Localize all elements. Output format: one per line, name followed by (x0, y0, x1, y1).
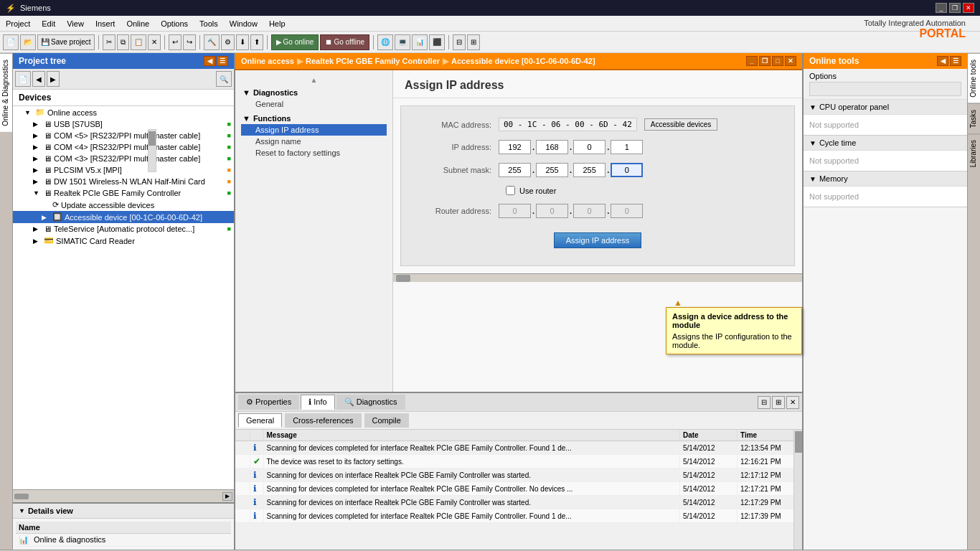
expand-accessible[interactable]: ▶ (42, 214, 50, 221)
router-input-1[interactable] (499, 204, 531, 218)
cut-btn[interactable]: ✂ (103, 34, 116, 50)
tree-dw1501[interactable]: ▶ 🖥 DW 1501 Wireless-N WLAN Half-Mini Ca… (13, 176, 234, 187)
nav-general[interactable]: General (241, 98, 387, 110)
rp-collapse-btn[interactable]: ◀ (937, 56, 948, 66)
router-input-3[interactable] (573, 204, 606, 218)
tree-realtek[interactable]: ▼ 🖥 Realtek PCIe GBE Family Controller ■ (13, 187, 234, 199)
menu-help[interactable]: Help (263, 18, 291, 29)
use-router-label[interactable]: Use router (519, 187, 556, 195)
tab-online-diagnostics[interactable]: Online & Diagnostics (0, 53, 12, 132)
upload-btn[interactable]: ⬆ (250, 34, 263, 50)
tab-online-tools[interactable]: Online tools (968, 53, 980, 103)
subnet-input-4[interactable] (611, 163, 643, 177)
menu-project[interactable]: Project (0, 18, 36, 29)
cpu-panel-header[interactable]: ▼ CPU operator panel (804, 100, 967, 115)
go-online-btn[interactable]: ▶ Go online (271, 34, 319, 50)
delete-btn[interactable]: ✕ (148, 34, 161, 50)
accessible-devices-btn[interactable]: Accessible devices (644, 118, 717, 131)
pt-search-btn[interactable]: 🔍 (216, 71, 232, 87)
cycle-time-header[interactable]: ▼ Cycle time (804, 136, 967, 151)
minimize-btn[interactable]: _ (936, 3, 947, 13)
nav-assign-name[interactable]: Assign name (241, 136, 387, 147)
redo-btn[interactable]: ↪ (183, 34, 196, 50)
tree-online-access[interactable]: ▼ 📁 Online access (13, 106, 234, 118)
tree-accessible-device[interactable]: ▶ 🔲 Accessible device [00-1C-06-00-6D-42… (13, 211, 234, 223)
tree-usb[interactable]: ▶ 🖥 USB [S7USB] ■ (13, 118, 234, 130)
expand-com5[interactable]: ▶ (33, 132, 42, 139)
menu-options[interactable]: Options (155, 18, 194, 29)
stop-btn[interactable]: ⬛ (429, 34, 445, 50)
menu-online[interactable]: Online (121, 18, 155, 29)
use-router-checkbox[interactable] (506, 186, 515, 195)
router-input-2[interactable] (536, 204, 568, 218)
cpu-btn[interactable]: 💻 (395, 34, 410, 50)
go-offline-btn[interactable]: ⏹ Go offline (320, 34, 369, 50)
subnet-input-3[interactable] (573, 163, 606, 177)
expand-usb[interactable]: ▶ (33, 121, 42, 128)
download-btn[interactable]: ⬇ (236, 34, 249, 50)
view1-btn[interactable]: ⊟ (453, 34, 466, 50)
pt-new-btn[interactable]: 📄 (15, 71, 31, 87)
tree-plcsim[interactable]: ▶ 🖥 PLCSIM V5.x [MPI] ■ (13, 164, 234, 176)
expand-plcsim[interactable]: ▶ (33, 166, 42, 174)
expand-com3[interactable]: ▶ (33, 155, 42, 162)
bp-btn2[interactable]: ⊞ (772, 396, 785, 409)
title-controls[interactable]: _ ❐ ✕ (936, 3, 974, 13)
menu-window[interactable]: Window (224, 18, 263, 29)
copy-btn[interactable]: ⧉ (117, 34, 129, 50)
log-scroll-thumb[interactable] (795, 431, 802, 453)
ip-input-1[interactable] (499, 140, 531, 154)
rp-options-input[interactable] (809, 82, 961, 96)
subtab-general[interactable]: General (238, 413, 282, 428)
bc-close-btn[interactable]: ✕ (785, 56, 796, 66)
pt-settings-btn[interactable]: ☰ (217, 56, 228, 66)
bp-btn3[interactable]: ✕ (786, 396, 799, 409)
tab-tasks[interactable]: Tasks (968, 103, 980, 134)
io-btn[interactable]: 📊 (412, 34, 428, 50)
nav-scroll-thumb[interactable] (149, 131, 156, 146)
expand-online-access[interactable]: ▼ (24, 109, 33, 116)
nav-assign-ip[interactable]: Assign IP address (241, 124, 387, 136)
menu-tools[interactable]: Tools (194, 18, 224, 29)
nav-diagnostics-header[interactable]: ▼ Diagnostics (241, 87, 387, 98)
assign-ip-btn[interactable]: Assign IP address (554, 232, 641, 248)
compile2-btn[interactable]: ⚙ (221, 34, 235, 50)
tree-com3[interactable]: ▶ 🖥 COM <3> [RS232/PPI multi-master cabl… (13, 153, 234, 164)
tree-simatic[interactable]: ▶ 💳 SIMATIC Card Reader (13, 235, 234, 247)
scroll-right-btn[interactable]: ▶ (222, 492, 232, 501)
bc-minimize-btn[interactable]: _ (746, 56, 758, 66)
save-btn[interactable]: 💾 Save project (37, 34, 95, 50)
rp-settings-btn[interactable]: ☰ (950, 56, 961, 66)
expand-simatic[interactable]: ▶ (33, 237, 42, 245)
pt-forward-btn[interactable]: ▶ (47, 71, 60, 87)
dv-collapse-icon[interactable]: ▼ (19, 507, 25, 514)
expand-realtek[interactable]: ▼ (33, 189, 42, 197)
ip-input-4[interactable] (611, 140, 643, 154)
expand-teleservice[interactable]: ▶ (33, 225, 42, 232)
tab-properties[interactable]: ⚙ Properties (238, 395, 299, 410)
nav-functions-header[interactable]: ▼ Functions (241, 113, 387, 124)
tree-teleservice[interactable]: ▶ 🖥 TeleService [Automatic protocol dete… (13, 223, 234, 235)
open-btn[interactable]: 📂 (20, 34, 36, 50)
bc-maximize-btn[interactable]: □ (772, 56, 783, 66)
dv-row[interactable]: 📊 Online & diagnostics (16, 534, 231, 547)
bc-item1[interactable]: Online access (241, 57, 294, 65)
subtab-compile[interactable]: Compile (364, 413, 409, 428)
bc-item2[interactable]: Realtek PCIe GBE Family Controller (306, 57, 440, 65)
expand-dw1501[interactable]: ▶ (33, 178, 42, 185)
net-btn[interactable]: 🌐 (377, 34, 393, 50)
menu-insert[interactable]: Insert (90, 18, 121, 29)
nav-reset[interactable]: Reset to factory settings (241, 147, 387, 159)
tab-info[interactable]: ℹ Info (301, 395, 334, 410)
tree-com5[interactable]: ▶ 🖥 COM <5> [RS232/PPI multi-master cabl… (13, 130, 234, 141)
menu-edit[interactable]: Edit (36, 18, 61, 29)
log-scrollbar[interactable] (793, 430, 802, 550)
pt-scrollbar[interactable]: ▶ (13, 489, 234, 502)
new-btn[interactable]: 📄 (3, 34, 19, 50)
tab-libraries[interactable]: Libraries (968, 133, 980, 173)
bc-item3[interactable]: Accessible device [00-1C-06-00-6D-42] (451, 57, 595, 65)
h-scroll-thumb[interactable] (396, 275, 410, 282)
undo-btn[interactable]: ↩ (169, 34, 182, 50)
compile-btn[interactable]: 🔨 (204, 34, 220, 50)
menu-view[interactable]: View (61, 18, 90, 29)
